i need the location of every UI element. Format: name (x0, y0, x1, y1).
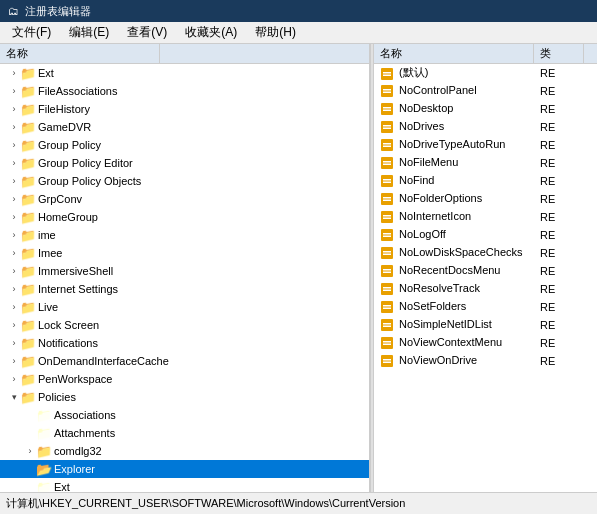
tree-item-label: Group Policy Editor (38, 157, 133, 169)
value-type: RE (534, 193, 584, 205)
tree-item-label: Policies (38, 391, 76, 403)
value-row[interactable]: NoLogOffRE (374, 226, 597, 244)
value-row[interactable]: NoControlPanelRE (374, 82, 597, 100)
folder-icon: 📁 (20, 66, 36, 81)
reg-icon (380, 355, 396, 366)
tree-item[interactable]: ›📁PenWorkspace (0, 370, 369, 388)
value-row[interactable]: NoResolveTrackRE (374, 280, 597, 298)
tree-arrow-icon: ▾ (8, 392, 20, 402)
value-name: NoFolderOptions (374, 192, 534, 206)
tree-item[interactable]: ›📁Live (0, 298, 369, 316)
tree-item-label: PenWorkspace (38, 373, 112, 385)
reg-icon (380, 121, 396, 132)
reg-icon (380, 229, 396, 240)
svg-rect-24 (381, 211, 393, 223)
folder-icon: 📁 (20, 102, 36, 117)
value-type: RE (534, 337, 584, 349)
value-row[interactable]: NoFolderOptionsRE (374, 190, 597, 208)
menu-item[interactable]: 帮助(H) (247, 22, 304, 43)
status-bar: 计算机\HKEY_CURRENT_USER\SOFTWARE\Microsoft… (0, 492, 597, 514)
tree-item[interactable]: ›📁GrpConv (0, 190, 369, 208)
tree-item[interactable]: ›📁GameDVR (0, 118, 369, 136)
reg-icon (380, 319, 396, 330)
svg-rect-3 (381, 85, 393, 97)
main-content: 名称 ›📁Ext›📁FileAssociations›📁FileHistory›… (0, 44, 597, 492)
folder-icon: 📁 (20, 372, 36, 387)
svg-rect-38 (383, 290, 391, 292)
reg-icon (380, 301, 396, 312)
menu-item[interactable]: 查看(V) (119, 22, 175, 43)
value-row[interactable]: NoLowDiskSpaceChecksRE (374, 244, 597, 262)
tree-item[interactable]: ›📁Group Policy (0, 136, 369, 154)
value-row[interactable]: NoDriveTypeAutoRunRE (374, 136, 597, 154)
tree-arrow-icon: › (8, 158, 20, 168)
tree-item[interactable]: ›📁ImmersiveShell (0, 262, 369, 280)
value-row[interactable]: NoFileMenuRE (374, 154, 597, 172)
tree-item[interactable]: 📁Attachments (0, 424, 369, 442)
tree-item-label: Ext (38, 67, 54, 79)
value-row[interactable]: NoViewOnDriveRE (374, 352, 597, 370)
tree-arrow-icon: › (8, 284, 20, 294)
value-row[interactable]: NoSimpleNetIDListRE (374, 316, 597, 334)
value-row[interactable]: NoFindRE (374, 172, 597, 190)
tree-item[interactable]: 📁Associations (0, 406, 369, 424)
value-row[interactable]: NoSetFoldersRE (374, 298, 597, 316)
tree-item[interactable]: ›📁HomeGroup (0, 208, 369, 226)
tree-item-label: Live (38, 301, 58, 313)
value-type: RE (534, 121, 584, 133)
menu-item[interactable]: 文件(F) (4, 22, 59, 43)
folder-icon: 📁 (20, 336, 36, 351)
svg-rect-13 (383, 143, 391, 145)
tree-header: 名称 (0, 44, 369, 64)
value-name: NoFileMenu (374, 156, 534, 170)
menu-item[interactable]: 编辑(E) (61, 22, 117, 43)
value-type: RE (534, 67, 584, 79)
svg-rect-23 (383, 200, 391, 202)
svg-rect-6 (381, 103, 393, 115)
svg-rect-48 (381, 355, 393, 367)
value-row[interactable]: (默认)RE (374, 64, 597, 82)
svg-rect-30 (381, 247, 393, 259)
menu-item[interactable]: 收藏夹(A) (177, 22, 245, 43)
tree-item[interactable]: 📁Ext (0, 478, 369, 492)
tree-item-label: FileHistory (38, 103, 90, 115)
tree-item-label: Notifications (38, 337, 98, 349)
svg-rect-29 (383, 236, 391, 238)
tree-item[interactable]: 📂Explorer (0, 460, 369, 478)
tree-arrow-icon: › (8, 266, 20, 276)
tree-item[interactable]: ›📁Internet Settings (0, 280, 369, 298)
title-bar-title: 注册表编辑器 (25, 4, 91, 19)
tree-item[interactable]: ▾📁Policies (0, 388, 369, 406)
svg-rect-5 (383, 92, 391, 94)
folder-icon: 📁 (36, 408, 52, 423)
value-row[interactable]: NoDrivesRE (374, 118, 597, 136)
tree-item[interactable]: ›📁ime (0, 226, 369, 244)
svg-rect-19 (383, 179, 391, 181)
tree-body[interactable]: ›📁Ext›📁FileAssociations›📁FileHistory›📁Ga… (0, 64, 369, 492)
value-row[interactable]: NoDesktopRE (374, 100, 597, 118)
tree-item[interactable]: ›📁Group Policy Objects (0, 172, 369, 190)
reg-icon (380, 103, 396, 114)
svg-rect-17 (383, 164, 391, 166)
svg-rect-49 (383, 359, 391, 361)
svg-rect-11 (383, 128, 391, 130)
folder-icon: 📁 (20, 228, 36, 243)
value-row[interactable]: NoInternetIconRE (374, 208, 597, 226)
reg-icon (380, 337, 396, 348)
values-header: 名称 类 (374, 44, 597, 64)
tree-item[interactable]: ›📁FileAssociations (0, 82, 369, 100)
tree-item[interactable]: ›📁Imee (0, 244, 369, 262)
folder-icon: 📂 (36, 462, 52, 477)
tree-arrow-icon: › (8, 68, 20, 78)
tree-item[interactable]: ›📁OnDemandInterfaceCache (0, 352, 369, 370)
tree-item[interactable]: ›📁Notifications (0, 334, 369, 352)
value-row[interactable]: NoRecentDocsMenuRE (374, 262, 597, 280)
title-bar: 🗂 注册表编辑器 (0, 0, 597, 22)
tree-item[interactable]: ›📁FileHistory (0, 100, 369, 118)
tree-item[interactable]: ›📁comdlg32 (0, 442, 369, 460)
value-row[interactable]: NoViewContextMenuRE (374, 334, 597, 352)
tree-item[interactable]: ›📁Ext (0, 64, 369, 82)
tree-item[interactable]: ›📁Group Policy Editor (0, 154, 369, 172)
values-body[interactable]: (默认)RENoControlPanelRENoDesktopRENoDrive… (374, 64, 597, 492)
tree-item[interactable]: ›📁Lock Screen (0, 316, 369, 334)
